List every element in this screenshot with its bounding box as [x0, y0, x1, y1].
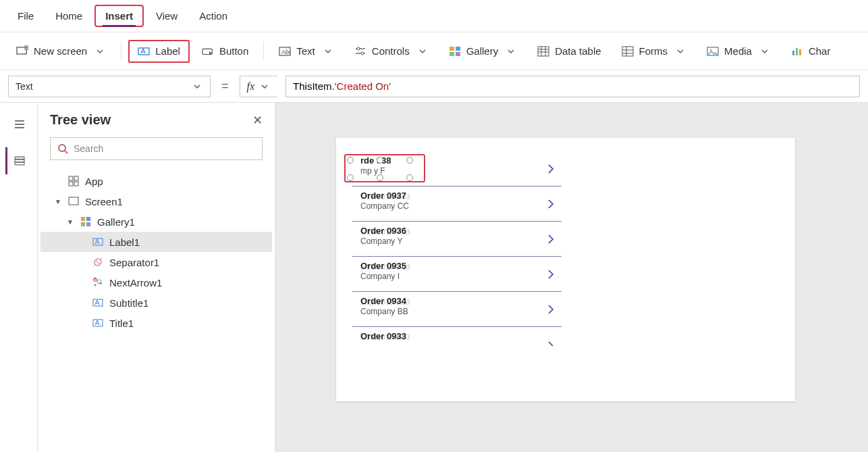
- svg-rect-21: [622, 47, 633, 56]
- svg-text:Abc: Abc: [281, 49, 291, 55]
- gallery-item-title: Order 0936: [360, 226, 406, 236]
- data-table-button[interactable]: Data table: [529, 41, 609, 61]
- expander-icon: ▼: [54, 198, 62, 205]
- label-button[interactable]: Label: [128, 40, 190, 63]
- menu-view[interactable]: View: [146, 6, 187, 26]
- gallery-icon: [449, 45, 461, 57]
- svg-rect-37: [69, 182, 73, 186]
- svg-rect-27: [792, 51, 794, 55]
- gallery-item-subtitle: Company Y: [360, 236, 402, 246]
- chevron-down-icon: [259, 80, 271, 93]
- resize-handle[interactable]: [347, 157, 354, 164]
- tree: App ▼ Screen1 ▼ Gallery1 Label1: [38, 168, 275, 336]
- tree-node-title1[interactable]: Title1: [40, 313, 272, 333]
- tree-node-nextarrow1[interactable]: NextArrow1: [40, 272, 272, 293]
- close-icon[interactable]: ✕: [252, 113, 263, 128]
- data-table-icon: [537, 45, 549, 57]
- chevron-right-icon[interactable]: [547, 341, 555, 349]
- controls-dropdown[interactable]: Controls: [346, 41, 437, 61]
- tree-node-gallery1[interactable]: ▼ Gallery1: [40, 211, 272, 232]
- tree-view-panel: Tree view ✕ Search App ▼ Screen1: [38, 103, 275, 452]
- resize-handle[interactable]: [377, 174, 383, 181]
- nextarrow-icon: [92, 276, 104, 288]
- svg-point-11: [361, 52, 364, 55]
- rail-tree-view[interactable]: [5, 147, 32, 174]
- label-button-label: Label: [155, 45, 180, 57]
- resize-handle[interactable]: [406, 174, 413, 181]
- gallery-item[interactable]: 1/28/2019 9:03 Order 0936 Company Y: [352, 222, 562, 257]
- ribbon-separator: [263, 42, 264, 61]
- media-icon: [707, 45, 719, 57]
- data-table-label: Data table: [555, 45, 601, 57]
- gallery-item-title: rde 938: [360, 155, 391, 166]
- menu-home[interactable]: Home: [46, 6, 92, 26]
- svg-rect-29: [799, 49, 801, 55]
- label-icon: [138, 45, 150, 57]
- svg-rect-44: [93, 238, 103, 245]
- svg-rect-42: [81, 222, 85, 226]
- screen-icon: [16, 45, 28, 57]
- svg-rect-36: [74, 176, 78, 180]
- tree-node-app[interactable]: App: [40, 171, 272, 191]
- menu-insert[interactable]: Insert: [94, 5, 144, 27]
- chart-icon: [791, 45, 803, 57]
- chevron-right-icon[interactable]: [547, 268, 555, 281]
- tree-node-screen1[interactable]: ▼ Screen1: [40, 191, 272, 211]
- button-icon: [202, 45, 214, 57]
- chevron-right-icon[interactable]: [547, 197, 555, 211]
- forms-dropdown[interactable]: Forms: [614, 41, 695, 61]
- formula-bar: Text = fx ThisItem.'Created On': [0, 70, 868, 103]
- formula-token-object: ThisItem: [293, 80, 332, 92]
- menu-action[interactable]: Action: [190, 6, 237, 26]
- chevron-down-icon: [674, 45, 686, 57]
- forms-dropdown-label: Forms: [639, 45, 668, 57]
- svg-rect-13: [456, 47, 460, 51]
- app-icon: [67, 175, 80, 187]
- gallery-item-title: Order 0933: [360, 331, 406, 341]
- gallery-item[interactable]: rde 938 mp y F: [352, 151, 562, 186]
- chevron-right-icon[interactable]: [547, 162, 555, 176]
- tree-node-subtitle1[interactable]: Subtitle1: [40, 293, 272, 313]
- chevron-right-icon[interactable]: [547, 303, 555, 316]
- gallery-item[interactable]: 1/28/2019 9:03 Order 0933: [352, 327, 562, 362]
- screen-icon: [67, 195, 80, 207]
- search-input[interactable]: Search: [50, 137, 263, 160]
- resize-handle[interactable]: [347, 174, 354, 181]
- resize-handle[interactable]: [377, 157, 383, 164]
- chevron-right-icon[interactable]: [547, 232, 555, 246]
- rail-hamburger[interactable]: [5, 111, 32, 138]
- gallery-dropdown[interactable]: Gallery: [441, 41, 526, 61]
- gallery-preview: rde 938 mp y F 1/28/2019 9:03 Order 0937…: [352, 151, 562, 362]
- svg-rect-39: [69, 197, 78, 205]
- button-button[interactable]: Button: [194, 41, 256, 61]
- media-dropdown[interactable]: Media: [699, 41, 779, 61]
- tree-node-separator1[interactable]: Separator1: [40, 252, 272, 272]
- gallery-item[interactable]: 1/28/2019 9:03 Order 0935 Company I: [352, 257, 562, 292]
- panel-title: Tree view: [50, 112, 111, 128]
- gallery-item-title: Order 0934: [360, 296, 406, 306]
- new-screen-button[interactable]: New screen: [8, 41, 114, 61]
- chevron-down-icon: [94, 45, 106, 57]
- gallery-item-subtitle: Company BB: [360, 307, 408, 316]
- text-dropdown[interactable]: Abc Text: [271, 41, 342, 61]
- separator-icon: [92, 256, 104, 268]
- app-canvas[interactable]: rde 938 mp y F 1/28/2019 9:03 Order 0937…: [336, 138, 795, 401]
- menu-file[interactable]: File: [8, 6, 43, 26]
- fx-button[interactable]: fx: [240, 76, 278, 97]
- forms-icon: [622, 45, 634, 57]
- resize-handle[interactable]: [406, 157, 413, 164]
- property-selector-value: Text: [16, 81, 33, 92]
- svg-rect-40: [81, 217, 85, 221]
- gallery-item[interactable]: 1/28/2019 9:03 Order 0934 Company BB: [352, 292, 562, 327]
- formula-input[interactable]: ThisItem.'Created On': [286, 76, 860, 97]
- chart-dropdown[interactable]: Char: [783, 41, 839, 61]
- property-selector[interactable]: Text: [8, 76, 211, 97]
- tree-label: Title1: [109, 318, 134, 329]
- tree-label: Separator1: [109, 257, 159, 268]
- chevron-down-icon: [191, 80, 203, 93]
- canvas-area[interactable]: rde 938 mp y F 1/28/2019 9:03 Order 0937…: [275, 103, 868, 452]
- tree-node-label1[interactable]: Label1: [40, 232, 272, 252]
- gallery-item[interactable]: 1/28/2019 9:03 Order 0937 Company CC: [352, 186, 562, 222]
- svg-point-33: [59, 145, 65, 151]
- gallery-item-title: Order 0937: [360, 191, 406, 201]
